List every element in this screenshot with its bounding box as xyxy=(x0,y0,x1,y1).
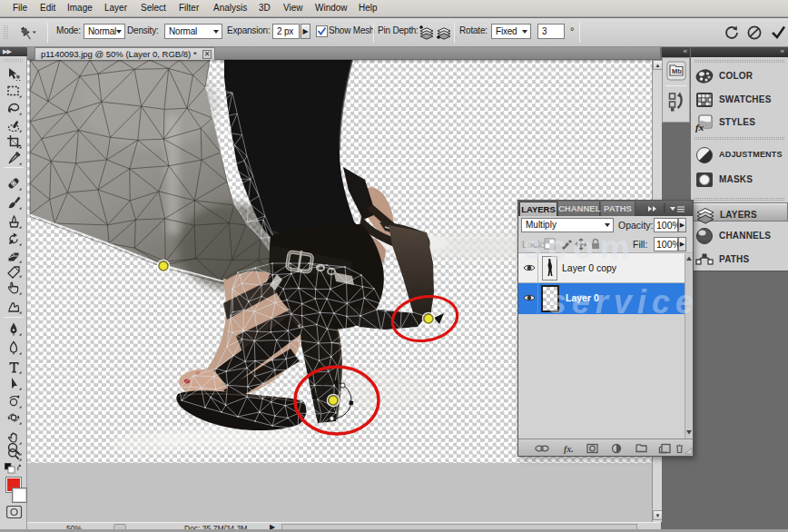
svg-text:fx: fx xyxy=(695,122,704,133)
svg-text:fx.: fx. xyxy=(564,444,574,454)
svg-text:Mb: Mb xyxy=(672,67,682,75)
